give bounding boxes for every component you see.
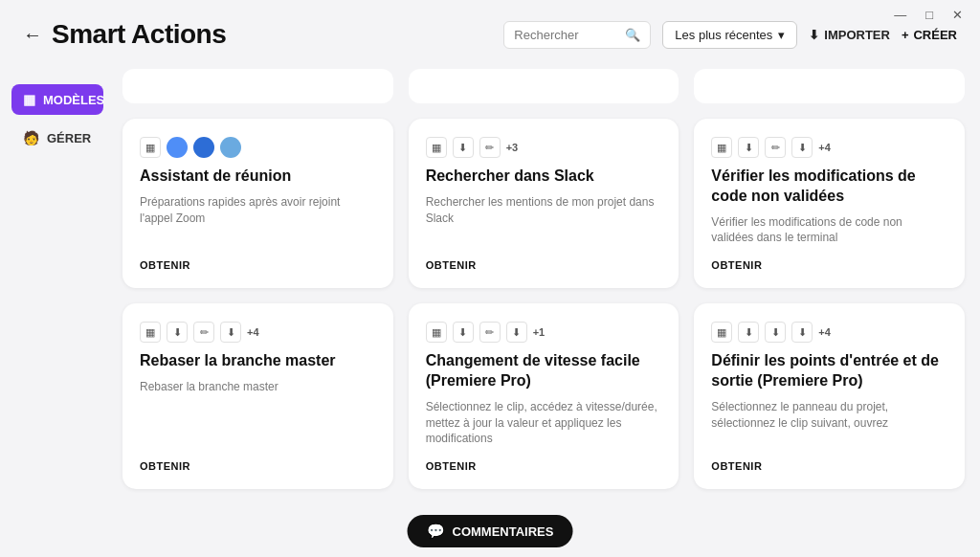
row-gap [122, 288, 965, 303]
sidebar: ▦ MODÈLES 🧑 GÉRER [0, 69, 115, 557]
tag-plus-2: +3 [506, 142, 519, 153]
obtenir-button-3[interactable]: OBTENIR [711, 259, 947, 271]
app-icon-chip-4b: ⬇ [167, 322, 188, 343]
tag-plus-5: +1 [533, 326, 546, 338]
app-icon-chip-5d: ⬇ [506, 322, 527, 343]
card-desc-4: Rebaser la branche master [140, 379, 376, 447]
app-icon-chip-6a: ▦ [711, 322, 732, 343]
card-rechercher-slack: ▦ ⬇ ✏ +3 Rechercher dans Slack Recherche… [409, 119, 679, 288]
app-icon-chip-5b: ⬇ [453, 322, 474, 343]
app-icon-chip-2c: ✏ [479, 137, 501, 158]
gerer-icon: 🧑 [23, 130, 39, 145]
sidebar-item-gerer[interactable]: 🧑 GÉRER [11, 123, 103, 153]
maximize-button[interactable]: □ [920, 6, 939, 24]
obtenir-button-5[interactable]: OBTENIR [426, 460, 662, 472]
app-icon-chip-2a: ▦ [426, 137, 447, 158]
card-title-1: Assistant de réunion [140, 167, 376, 187]
card-title-6: Définir les points d'entrée et de sortie… [711, 351, 947, 391]
minimize-button[interactable]: — [888, 6, 912, 24]
app-icon-chip-3c: ✏ [765, 137, 786, 158]
close-button[interactable]: ✕ [947, 6, 969, 24]
header-left: ← Smart Actions [23, 19, 226, 50]
comments-label: COMMENTAIRES [453, 524, 554, 539]
app-icon-chip-3a: ▦ [711, 137, 732, 158]
card-icons-4: ▦ ⬇ ✏ ⬇ +4 [140, 321, 376, 344]
app-icon-chip-6d: ⬇ [791, 322, 813, 343]
import-icon: ⬇ [809, 28, 819, 42]
app-icon-chip: ▦ [140, 137, 161, 158]
card-changement-vitesse: ▦ ⬇ ✏ ⬇ +1 Changement de vitesse facile … [409, 303, 679, 489]
sort-button[interactable]: Les plus récentes ▾ [662, 21, 797, 49]
chevron-down-icon: ▾ [778, 28, 785, 42]
partial-card-3 [694, 69, 965, 103]
avatar-1 [167, 137, 188, 158]
app-icon-chip-3d: ⬇ [791, 137, 813, 158]
sidebar-item-label-modeles: MODÈLES [43, 93, 104, 107]
card-desc-1: Préparations rapides après avoir rejoint… [140, 194, 376, 246]
sidebar-item-modeles[interactable]: ▦ MODÈLES [11, 84, 103, 115]
search-bar[interactable]: 🔍 [503, 21, 651, 49]
obtenir-button-1[interactable]: OBTENIR [140, 259, 376, 271]
card-desc-5: Sélectionnez le clip, accédez à vitesse/… [426, 399, 662, 447]
card-title-4: Rebaser la branche master [140, 351, 376, 371]
card-assistant-reunion: ▦ Assistant de réunion Préparations rapi… [122, 119, 393, 288]
card-desc-3: Vérifier les modifications de code non v… [711, 214, 947, 247]
modeles-icon: ▦ [23, 92, 35, 107]
card-icons-6: ▦ ⬇ ⬇ ⬇ +4 [711, 321, 947, 344]
app-icon-chip-4a: ▦ [140, 322, 161, 343]
partial-top-row [122, 69, 965, 103]
window-controls: — □ ✕ [877, 0, 980, 30]
search-icon: 🔍 [625, 28, 640, 42]
card-icons-5: ▦ ⬇ ✏ ⬇ +1 [426, 321, 662, 344]
comments-icon: 💬 [427, 523, 445, 540]
main-layout: ▦ MODÈLES 🧑 GÉRER ▦ Assis [0, 69, 980, 557]
obtenir-button-6[interactable]: OBTENIR [711, 460, 947, 472]
app-icon-chip-6c: ⬇ [765, 322, 786, 343]
card-icons-2: ▦ ⬇ ✏ +3 [426, 136, 662, 159]
partial-card-2 [409, 69, 679, 103]
search-input[interactable] [514, 28, 619, 42]
tag-plus-4: +4 [247, 326, 259, 338]
tag-plus-3: +4 [818, 142, 831, 153]
cards-area: ▦ Assistant de réunion Préparations rapi… [115, 69, 980, 557]
card-icons-3: ▦ ⬇ ✏ ⬇ +4 [711, 136, 947, 159]
app-icon-chip-4d: ⬇ [220, 322, 241, 343]
app-icon-chip-6b: ⬇ [738, 322, 759, 343]
card-desc-2: Rechercher les mentions de mon projet da… [426, 194, 662, 246]
tag-plus-6: +4 [818, 326, 831, 338]
avatar-3 [220, 137, 241, 158]
app-icon-chip-2b: ⬇ [453, 137, 474, 158]
card-title-2: Rechercher dans Slack [426, 167, 662, 187]
avatar-2 [193, 137, 214, 158]
card-definir-points: ▦ ⬇ ⬇ ⬇ +4 Définir les points d'entrée e… [694, 303, 965, 489]
obtenir-button-4[interactable]: OBTENIR [140, 460, 376, 472]
app-icon-chip-3b: ⬇ [738, 137, 759, 158]
page-title: Smart Actions [52, 19, 226, 50]
card-desc-6: Sélectionnez le panneau du projet, sélec… [711, 399, 947, 447]
comments-bar[interactable]: 💬 COMMENTAIRES [408, 515, 573, 547]
sort-label: Les plus récentes [675, 28, 772, 42]
back-button[interactable]: ← [23, 24, 42, 46]
sidebar-item-label-gerer: GÉRER [47, 131, 91, 145]
partial-card-1 [122, 69, 393, 103]
header: ← Smart Actions 🔍 Les plus récentes ▾ ⬇ … [0, 0, 980, 69]
card-title-5: Changement de vitesse facile (Premiere P… [426, 351, 662, 391]
card-title-3: Vérifier les modifications de code non v… [711, 167, 947, 207]
app-icon-chip-5a: ▦ [426, 322, 447, 343]
app-icon-chip-5c: ✏ [479, 322, 501, 343]
cards-row2: ▦ ⬇ ✏ ⬇ +4 Rebaser la branche master Reb… [122, 303, 965, 489]
card-verifier-code: ▦ ⬇ ✏ ⬇ +4 Vérifier les modifications de… [694, 119, 965, 288]
cards-row1: ▦ Assistant de réunion Préparations rapi… [122, 119, 965, 288]
card-rebaser-branche: ▦ ⬇ ✏ ⬇ +4 Rebaser la branche master Reb… [122, 303, 393, 489]
obtenir-button-2[interactable]: OBTENIR [426, 259, 662, 271]
app-icon-chip-4c: ✏ [193, 322, 214, 343]
card-icons-1: ▦ [140, 136, 376, 159]
